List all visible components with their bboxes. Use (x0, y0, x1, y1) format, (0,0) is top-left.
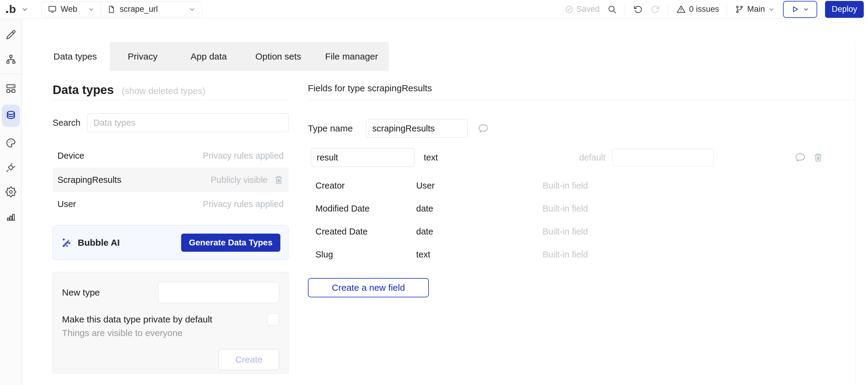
bubble-ai-label: Bubble AI (78, 237, 120, 248)
warning-icon (676, 4, 686, 14)
field-row-modified-date: Modified Date date Built-in field (308, 197, 855, 220)
main-content: Data types Privacy App data Option sets … (22, 19, 868, 385)
create-new-field-button[interactable]: Create a new field (308, 278, 429, 297)
type-list: Device Privacy rules applied ScrapingRes… (53, 143, 288, 216)
sidebar-item-styles[interactable] (2, 134, 19, 151)
field-row-creator: Creator User Built-in field (308, 174, 855, 197)
undo-icon[interactable] (633, 4, 643, 14)
bubble-logo[interactable]: b (6, 4, 16, 15)
sitemap-icon (5, 54, 16, 65)
chevron-down-icon[interactable] (21, 5, 29, 13)
type-status: Publicly visible (211, 175, 268, 185)
field-type: User (416, 181, 542, 191)
tab-app-data[interactable]: App data (176, 42, 242, 71)
field-type: text (416, 250, 542, 260)
field-name: Slug (308, 250, 416, 260)
field-row-result: text default (308, 148, 855, 167)
platform-dropdown[interactable]: Web (42, 2, 101, 17)
bubble-ai-box: Bubble AI Generate Data Types (53, 225, 288, 260)
type-row-user[interactable]: User Privacy rules applied (53, 192, 288, 216)
gear-icon (5, 187, 16, 197)
branch-selector[interactable]: Main (735, 4, 775, 14)
preview-button[interactable] (783, 1, 817, 18)
field-type: date (416, 204, 542, 214)
field-type[interactable]: text (424, 153, 515, 163)
show-deleted-types-link[interactable]: (show deleted types) (122, 86, 205, 96)
plug-icon (5, 162, 16, 173)
visibility-hint: Things are visible to everyone (62, 328, 279, 338)
sidebar-item-workflow[interactable] (2, 51, 19, 68)
private-by-default-checkbox[interactable] (267, 313, 279, 325)
divider (308, 100, 855, 100)
field-name: Creator (308, 181, 416, 191)
tab-file-manager[interactable]: File manager (314, 42, 389, 71)
tab-option-sets[interactable]: Option sets (242, 42, 314, 71)
trash-icon[interactable] (274, 175, 284, 185)
chevron-down-icon (803, 6, 809, 13)
chevron-down-icon (768, 6, 775, 13)
tab-privacy[interactable]: Privacy (110, 42, 176, 71)
sidebar-item-design[interactable] (2, 26, 19, 43)
logo-dot (6, 11, 8, 13)
app-context-switcher: Web scrape_url (41, 1, 202, 17)
search-icon[interactable] (607, 4, 617, 14)
git-branch-icon (735, 5, 744, 14)
builtin-note: Built-in field (542, 250, 588, 260)
sidebar-item-settings[interactable] (2, 184, 19, 200)
tab-data-types[interactable]: Data types (40, 42, 110, 71)
type-row-scrapingresults[interactable]: ScrapingResults Publicly visible (53, 168, 288, 192)
type-name-input[interactable] (366, 119, 468, 138)
sidebar-item-data[interactable] (2, 104, 20, 127)
default-label: default (579, 153, 606, 163)
divider (727, 4, 727, 15)
chevron-down-icon (188, 6, 196, 13)
builtin-note: Built-in field (542, 181, 588, 191)
trash-icon[interactable] (813, 152, 823, 163)
logo-letter: b (9, 4, 16, 15)
monitor-icon (48, 5, 57, 14)
redo-icon[interactable] (651, 4, 660, 14)
file-icon (107, 5, 116, 13)
builtin-note: Built-in field (542, 204, 588, 214)
new-type-input[interactable] (158, 282, 279, 303)
bar-chart-icon (5, 211, 16, 222)
builtin-fields: Creator User Built-in field Modified Dat… (308, 174, 855, 266)
database-icon (5, 110, 17, 122)
search-input[interactable] (87, 113, 288, 132)
create-type-button[interactable]: Create (219, 349, 279, 370)
page-dropdown[interactable]: scrape_url (101, 2, 202, 17)
search-label: Search (53, 118, 87, 128)
field-default-input[interactable] (612, 149, 714, 166)
sidebar-item-plugins[interactable] (2, 159, 19, 176)
issues-indicator[interactable]: 0 issues (676, 4, 719, 14)
type-name-label: Type name (308, 123, 366, 134)
issues-label: 0 issues (689, 4, 719, 14)
type-name: User (58, 199, 76, 209)
magic-wand-icon (61, 237, 72, 248)
play-icon (791, 5, 799, 13)
sidebar-item-logs[interactable] (2, 208, 19, 225)
comment-icon[interactable] (477, 122, 489, 134)
divider (625, 4, 625, 15)
field-row-created-date: Created Date date Built-in field (308, 220, 855, 243)
divider (0, 74, 22, 74)
fields-panel: Fields for type scrapingResults Type nam… (308, 71, 855, 297)
type-status: Privacy rules applied (203, 199, 284, 209)
fields-list: text default Creator User Built-in field (308, 148, 855, 297)
sidebar-item-backend[interactable] (2, 80, 19, 97)
fields-panel-title: Fields for type scrapingResults (308, 83, 432, 93)
server-boxes-icon (5, 83, 16, 94)
field-name-input[interactable] (311, 148, 414, 167)
deploy-button[interactable]: Deploy (825, 1, 864, 18)
builtin-note: Built-in field (542, 227, 588, 236)
private-by-default-label: Make this data type private by default (62, 314, 212, 325)
palette-icon (5, 137, 16, 149)
check-circle-icon (565, 5, 574, 14)
comment-icon[interactable] (794, 151, 806, 163)
generate-data-types-button[interactable]: Generate Data Types (181, 234, 281, 252)
saved-label: Saved (577, 4, 600, 14)
type-row-device[interactable]: Device Privacy rules applied (53, 143, 288, 168)
field-name: Modified Date (308, 204, 416, 214)
page-label: scrape_url (120, 4, 158, 14)
field-type: date (416, 227, 542, 236)
